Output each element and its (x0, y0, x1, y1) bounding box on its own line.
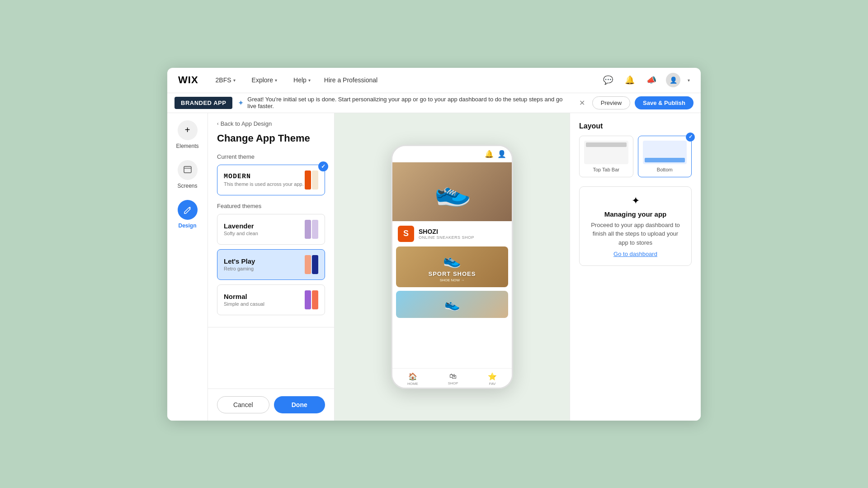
brand-subtitle: ONLINE SNEAKERS SHOP (419, 235, 474, 240)
swatch-salmon (305, 255, 311, 274)
go-to-dashboard-link[interactable]: Go to dashboard (588, 251, 683, 257)
design-label: Design (178, 223, 196, 229)
phone-banner-title: SPORT SHOES (429, 270, 476, 277)
top-tab-bar-visual (584, 141, 628, 164)
save-publish-button[interactable]: Save & Publish (635, 96, 693, 109)
brand-name: SHOZI (419, 228, 474, 235)
swatch-violet (305, 290, 311, 309)
lets-play-theme-desc: Retro gaming (224, 266, 255, 271)
phone-nav-shop[interactable]: 🛍 SHOP (448, 372, 458, 386)
brand-info: SHOZI ONLINE SNEAKERS SHOP (419, 228, 474, 240)
panel-divider (208, 327, 334, 327)
panel-header: ‹ Back to App Design Change App Theme (208, 113, 334, 153)
lavender-theme-name: Lavender (224, 222, 258, 230)
current-theme-card[interactable]: MODERN This theme is used across your ap… (217, 165, 325, 195)
panel-title: Change App Theme (217, 133, 325, 144)
back-chevron-icon: ‹ (217, 121, 219, 126)
bottom-bar-visual (645, 158, 685, 162)
phone-content: 👟 S SHOZI ONLINE SNEAKERS SHOP 👟 SPORT S… (392, 162, 512, 368)
swatch-orange (305, 171, 311, 190)
current-theme-name: MODERN (224, 173, 304, 180)
phone-nav-home[interactable]: 🏠 HOME (407, 372, 418, 386)
site-name-label: 2BFS (216, 76, 231, 84)
swatch-cream (312, 171, 318, 190)
swatch-purple (305, 220, 311, 239)
selected-check-icon: ✓ (318, 161, 328, 171)
phone-bell-icon: 🔔 (485, 150, 494, 158)
phone-preview-frame: 🔔 👤 👟 S SHOZI ONLINE SNEAKERS SHOP (391, 145, 513, 389)
current-theme-swatches (305, 171, 318, 190)
banner-actions: Preview Save & Publish (592, 96, 693, 109)
layout-bottom[interactable]: Bottom ✓ (638, 136, 692, 177)
design-icon (178, 200, 198, 220)
phone-header: 🔔 👤 (392, 146, 512, 162)
elements-plus-icon: + (178, 120, 198, 140)
layout-title: Layout (579, 122, 692, 130)
current-theme-desc: This theme is used across your app. (224, 181, 304, 187)
megaphone-icon[interactable]: 📣 (644, 73, 659, 87)
back-to-app-design-link[interactable]: ‹ Back to App Design (217, 120, 325, 127)
banner-message-text: ✦ Great! You're initial set up is done. … (238, 96, 571, 109)
main-area: + Elements Screens Design ‹ Bac (167, 113, 701, 421)
swatch-navy (312, 255, 318, 274)
nav-help[interactable]: Help ▾ (291, 75, 313, 85)
phone-brand-section: S SHOZI ONLINE SNEAKERS SHOP (392, 221, 512, 246)
help-chevron-icon: ▾ (308, 78, 311, 83)
sidebar-item-design[interactable]: Design (178, 200, 198, 229)
user-chevron-icon: ▾ (688, 78, 690, 83)
lavender-theme-desc: Softy and clean (224, 231, 258, 236)
tab-bar-visual-line (586, 142, 627, 147)
lets-play-theme-name: Let's Play (224, 257, 255, 265)
theme-sections: Current theme MODERN This theme is used … (208, 153, 334, 327)
nav-hire-professional[interactable]: Hire a Professional (324, 76, 377, 84)
wix-logo: WIX (178, 74, 198, 86)
bell-icon[interactable]: 🔔 (623, 73, 637, 87)
phone-hero-image: 👟 (392, 162, 512, 221)
fav-icon: ⭐ (488, 372, 497, 381)
layout-top-tab-bar[interactable]: Top Tab Bar (579, 136, 633, 177)
svg-rect-0 (184, 166, 191, 173)
notification-banner: BRANDED APP ✦ Great! You're initial set … (167, 93, 701, 113)
normal-theme-name: Normal (224, 293, 264, 300)
chat-icon[interactable]: 💬 (601, 73, 615, 87)
banner-shoe-icon: 👟 (443, 251, 461, 269)
fav-nav-label: FAV (489, 382, 496, 386)
sidebar-icon-panel: + Elements Screens Design (167, 113, 208, 421)
phone-footer-nav: 🏠 HOME 🛍 SHOP ⭐ FAV (392, 368, 512, 388)
phone-user-icon: 👤 (497, 150, 506, 158)
phone-banner-sub: SHOE NOW → (440, 278, 465, 282)
lavender-swatches (305, 220, 318, 239)
browser-window: WIX 2BFS ▾ Explore ▾ Help ▾ Hire a Profe… (167, 68, 701, 421)
top-nav: WIX 2BFS ▾ Explore ▾ Help ▾ Hire a Profe… (167, 68, 701, 93)
manage-app-card: ✦ Managing your app Proceed to your app … (579, 186, 692, 266)
cancel-button[interactable]: Cancel (217, 396, 269, 413)
banner-close-icon[interactable]: ✕ (577, 97, 587, 109)
normal-theme-desc: Simple and casual (224, 301, 264, 307)
panel-footer: Cancel Done (208, 389, 334, 421)
theme-card-normal[interactable]: Normal Simple and casual (217, 284, 325, 315)
theme-card-lavender[interactable]: Lavender Softy and clean (217, 214, 325, 245)
phone-nav-fav[interactable]: ⭐ FAV (488, 372, 497, 386)
sidebar-item-screens[interactable]: Screens (177, 160, 197, 189)
top-tab-label: Top Tab Bar (584, 167, 628, 172)
screens-label: Screens (177, 183, 197, 189)
layout-options: Top Tab Bar Bottom ✓ (579, 136, 692, 177)
nav-icon-group: 💬 🔔 📣 👤 ▾ (601, 73, 690, 87)
theme-card-lets-play[interactable]: Let's Play Retro gaming (217, 249, 325, 280)
right-panel: Layout Top Tab Bar Bottom (570, 113, 701, 421)
lets-play-swatches (305, 255, 318, 274)
user-avatar[interactable]: 👤 (666, 73, 680, 87)
phone-third-image: 👟 (396, 291, 508, 318)
manage-title: Managing your app (588, 210, 683, 218)
normal-swatches (305, 290, 318, 309)
sidebar-item-elements[interactable]: + Elements (176, 120, 198, 149)
bottom-tab-visual (643, 141, 687, 164)
nav-site-selector[interactable]: 2BFS ▾ (213, 75, 238, 85)
preview-button[interactable]: Preview (592, 96, 630, 109)
layout-section: Layout Top Tab Bar Bottom (579, 122, 692, 177)
manage-description: Proceed to your app dashboard to finish … (588, 221, 683, 247)
spark-icon: ✦ (238, 99, 244, 107)
home-nav-label: HOME (407, 382, 418, 386)
done-button[interactable]: Done (274, 396, 326, 413)
nav-explore[interactable]: Explore ▾ (249, 75, 280, 85)
